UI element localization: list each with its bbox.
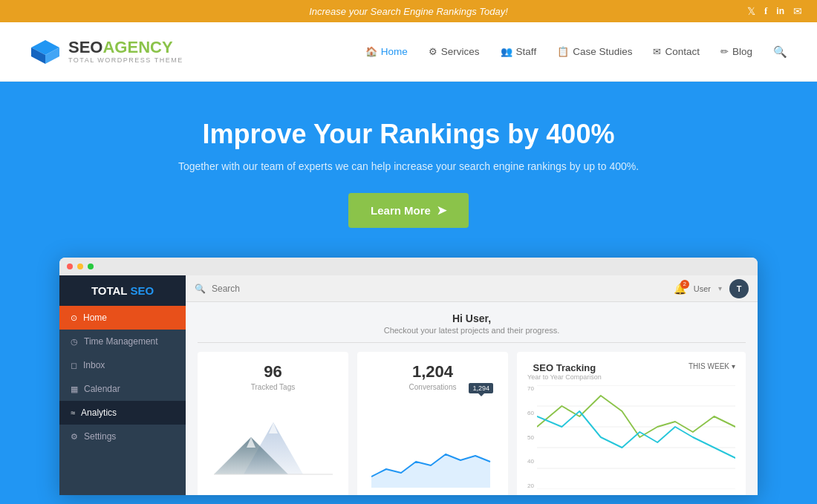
sidebar-item-home[interactable]: ⊙ Home — [59, 306, 186, 330]
cards-container: 96 Tracked Tags — [198, 352, 746, 495]
facebook-icon[interactable]: f — [764, 5, 767, 17]
hero-title: Improve Your Rankings by 400% — [0, 119, 817, 150]
tracked-tags-card: 96 Tracked Tags — [198, 352, 348, 495]
topbar-right: 🔔 2 User ▾ T — [674, 279, 749, 298]
nav-staff[interactable]: 👥 Staff — [501, 46, 537, 57]
logo-icon — [30, 39, 61, 65]
learn-more-button[interactable]: Learn More ➤ — [348, 193, 469, 228]
db-brand: TOTAL SEO — [59, 275, 186, 306]
top-banner: Increase your Search Engine Rankings Tod… — [0, 0, 817, 22]
db-main-panel: 🔍 🔔 2 User ▾ T — [186, 275, 758, 495]
logo-agency: AGENCY — [102, 38, 172, 56]
hero-section: Improve Your Rankings by 400% Together w… — [0, 82, 817, 504]
hero-subtitle: Together with our team of experts we can… — [0, 160, 817, 172]
nav-services[interactable]: ⚙ Services — [429, 46, 480, 57]
nav-case-studies[interactable]: 📋 Case Studies — [557, 46, 632, 57]
sidebar-item-time[interactable]: ◷ Time Management — [59, 330, 186, 353]
maximize-dot — [88, 264, 94, 269]
db-search-icon: 🔍 — [195, 284, 206, 294]
services-icon: ⚙ — [429, 46, 437, 57]
analytics-icon: ≈ — [71, 408, 75, 417]
conversations-badge: 1,294 — [469, 383, 493, 393]
user-label: User — [694, 284, 711, 293]
chevron-down-icon: ▾ — [732, 362, 735, 370]
conversations-card: 1,204 Conversations 1,294 — [357, 352, 508, 495]
conversations-chart — [357, 439, 508, 491]
case-studies-icon: 📋 — [557, 46, 569, 57]
banner-text: Increase your Search Engine Rankings Tod… — [309, 6, 508, 17]
greeting-subtitle: Checkout your latest projects and their … — [198, 326, 746, 343]
inbox-icon: ◻ — [71, 361, 77, 370]
db-search-input[interactable] — [212, 284, 668, 294]
greeting-title: Hi User, — [198, 312, 746, 324]
blog-icon: ✏ — [720, 46, 729, 57]
db-sidebar: TOTAL SEO ⊙ Home ◷ Time Management ◻ Inb… — [59, 275, 186, 495]
db-topbar: 🔍 🔔 2 User ▾ T — [186, 275, 758, 302]
main-nav: 🏠 Home ⚙ Services 👥 Staff 📋 Case Studies… — [365, 45, 787, 59]
dashboard-preview: TOTAL SEO ⊙ Home ◷ Time Management ◻ Inb… — [59, 258, 758, 495]
seo-tracking-title: SEO Tracking — [527, 362, 602, 373]
brand-seo: SEO — [130, 284, 154, 297]
nav-contact[interactable]: ✉ Contact — [653, 46, 700, 57]
logo: SEOAGENCY TOTAL WORDPRESS THEME — [30, 39, 183, 65]
tracked-tags-label: Tracked Tags — [208, 383, 338, 391]
week-selector[interactable]: THIS WEEK ▾ — [689, 362, 735, 370]
tracked-tags-stat: 96 — [208, 362, 338, 382]
sidebar-item-settings[interactable]: ⚙ Settings — [59, 425, 186, 448]
minimize-dot — [77, 264, 83, 269]
brand-total: TOTAL — [91, 284, 131, 297]
close-dot — [67, 264, 73, 269]
notification-badge: 2 — [680, 280, 689, 289]
user-dropdown-icon[interactable]: ▾ — [718, 284, 722, 292]
email-icon[interactable]: ✉ — [793, 5, 802, 17]
seo-tracking-card: SEO Tracking Year to Year Comparison THI… — [517, 352, 746, 495]
settings-icon: ⚙ — [71, 432, 78, 442]
mountain-chart — [198, 408, 348, 489]
chart-area: 70 60 50 40 20 — [527, 385, 735, 489]
seo-tracking-header: SEO Tracking Year to Year Comparison THI… — [527, 362, 735, 381]
line-chart — [537, 385, 735, 489]
home-icon: 🏠 — [365, 46, 377, 57]
time-icon: ◷ — [71, 337, 78, 347]
linkedin-icon[interactable]: in — [776, 6, 784, 16]
calendar-icon: ▦ — [71, 384, 78, 394]
nav-home[interactable]: 🏠 Home — [365, 46, 408, 57]
social-icons: 𝕏 f in ✉ — [747, 5, 802, 17]
twitter-icon[interactable]: 𝕏 — [747, 5, 755, 17]
seo-tracking-subtitle: Year to Year Comparison — [527, 373, 602, 381]
sidebar-item-inbox[interactable]: ◻ Inbox — [59, 353, 186, 377]
svg-marker-8 — [371, 454, 490, 488]
search-icon[interactable]: 🔍 — [773, 45, 787, 59]
dashboard-body: TOTAL SEO ⊙ Home ◷ Time Management ◻ Inb… — [59, 275, 758, 495]
sidebar-item-analytics[interactable]: ≈ Analytics — [59, 401, 186, 425]
titlebar — [59, 258, 758, 275]
arrow-icon: ➤ — [437, 203, 446, 217]
logo-subtitle: TOTAL WORDPRESS THEME — [68, 57, 183, 65]
notification-bell[interactable]: 🔔 2 — [674, 283, 686, 295]
staff-icon: 👥 — [501, 46, 512, 57]
contact-icon: ✉ — [653, 46, 661, 57]
avatar: T — [729, 279, 749, 298]
logo-seo: SEO — [68, 38, 102, 56]
conversations-stat: 1,204 — [368, 362, 498, 382]
db-content: Hi User, Checkout your latest projects a… — [186, 302, 758, 495]
sidebar-item-calendar[interactable]: ▦ Calendar — [59, 377, 186, 401]
y-axis: 70 60 50 40 20 — [527, 385, 537, 489]
home-sidebar-icon: ⊙ — [71, 313, 77, 323]
header: SEOAGENCY TOTAL WORDPRESS THEME 🏠 Home ⚙… — [0, 22, 817, 82]
nav-blog[interactable]: ✏ Blog — [720, 46, 752, 57]
